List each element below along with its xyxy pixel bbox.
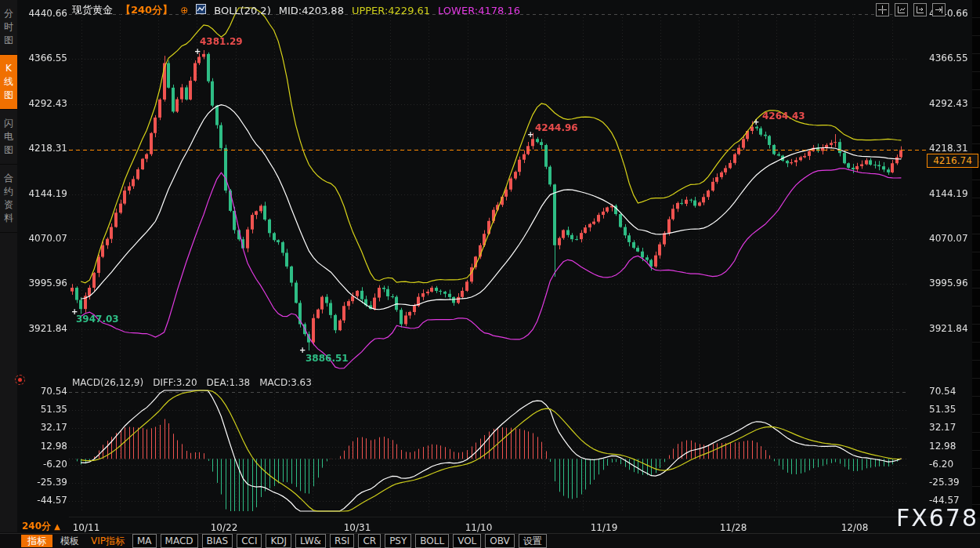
axis-scale-right-icon[interactable] (913, 3, 927, 16)
boll-lower-value: LOWER:4178.16 (438, 5, 520, 16)
macd-axis-label-left: 51.35 (19, 404, 67, 415)
period-label[interactable]: 【240分】 (121, 3, 172, 17)
x-axis-date: 10/11 (73, 522, 100, 533)
toolbar-button-kdj[interactable]: KDJ (266, 534, 291, 548)
toolbar-button-ma[interactable]: MA (132, 534, 157, 548)
price-axis-label-right: 3995.96 (929, 278, 968, 289)
x-axis-date: 11/19 (591, 522, 618, 533)
fx678-watermark: FX678 (896, 504, 978, 532)
sidebar-item-fenshitu[interactable]: 分时图 (0, 0, 17, 55)
boll-mid-value: MID:4203.88 (279, 5, 344, 16)
toolbar-button-obv[interactable]: OBV (485, 534, 515, 548)
toolbar-button-boll[interactable]: BOLL (415, 534, 449, 548)
macd-dea-value: DEA:1.38 (207, 377, 251, 388)
candlestick-macd-chart[interactable] (0, 0, 980, 548)
price-annotation: 4381.29 (200, 36, 243, 47)
macd-axis-label-left: 32.17 (19, 422, 67, 433)
macd-params-label: MACD(26,12,9) (72, 377, 143, 388)
toolbar-button-moban[interactable]: 模板 (56, 535, 83, 547)
macd-axis-label-right: 32.17 (929, 422, 956, 433)
price-axis-label-left: 3921.84 (19, 323, 67, 334)
crosshair-icon[interactable] (876, 3, 889, 16)
macd-axis-label-right: 12.98 (929, 441, 956, 452)
triangle-up-icon: ▲ (54, 522, 60, 531)
sidebar-item-kxiantu[interactable]: K线图 (0, 55, 17, 110)
x-axis-date: 11/10 (465, 522, 493, 533)
price-axis-label-right: 4070.07 (929, 233, 968, 244)
sidebar-item-heyueziliao[interactable]: 合约资料 (0, 165, 17, 233)
toolbar-button-zhibiao[interactable]: 指标 (21, 535, 52, 547)
symbol-name: 现货黄金 (72, 3, 113, 17)
toolbar-button-rsi[interactable]: RSI (330, 534, 355, 548)
toolbar-button-macd[interactable]: MACD (161, 534, 198, 548)
toolbar-button-psy[interactable]: PSY (385, 534, 411, 548)
macd-header: MACD(26,12,9) DIFF:3.20 DEA:1.38 MACD:3.… (72, 377, 312, 388)
price-axis-label-left: 4366.55 (19, 53, 67, 64)
price-axis-label-right: 3921.84 (929, 323, 968, 334)
price-annotation: 3886.51 (306, 353, 349, 364)
macd-axis-label-right: -6.20 (929, 459, 953, 470)
x-axis-date: 11/28 (720, 522, 747, 533)
x-axis-date: 12/08 (841, 522, 869, 533)
cross-marker-icon: + (194, 47, 201, 56)
price-axis-label-right: 4144.19 (929, 188, 968, 199)
circle-plus-icon[interactable]: ⊕ (180, 5, 188, 16)
macd-axis-label-left: -44.57 (19, 495, 67, 506)
price-axis-label-left: 4292.43 (19, 98, 67, 109)
price-annotation: 3947.03 (76, 314, 119, 325)
macd-macd-value: MACD:3.63 (259, 377, 312, 388)
cross-marker-icon: + (527, 130, 533, 139)
price-axis-label-right: 4292.43 (929, 98, 968, 109)
price-annotation: 4264.43 (762, 111, 805, 122)
macd-axis-label-left: -25.39 (19, 477, 67, 488)
toolbar-button-vip[interactable]: VIP指标 (87, 535, 128, 547)
boll-label: BOLL(20,2) (214, 5, 271, 16)
axis-scale-left-icon[interactable] (895, 3, 908, 16)
price-axis-label-left: 4144.19 (19, 188, 67, 199)
price-axis-label-left: 4440.66 (19, 8, 67, 19)
right-edge-strip (972, 0, 980, 517)
period-selector-label: 240分 (22, 521, 51, 532)
boll-upper-value: UPPER:4229.61 (352, 5, 430, 16)
macd-axis-label-left: -6.20 (19, 459, 67, 470)
mini-chart-icon[interactable] (196, 4, 206, 16)
alarm-dot-icon[interactable] (15, 375, 25, 385)
toolbar-button-shezhi[interactable]: 设置 (519, 534, 547, 548)
cross-marker-icon: + (299, 346, 306, 354)
pan-right-icon[interactable] (932, 3, 946, 16)
toolbar-button-lw[interactable]: LW& (295, 534, 326, 548)
left-sidebar: 分时图K线图闪电图合约资料 (0, 0, 17, 532)
cross-marker-icon: + (71, 307, 78, 316)
period-selector[interactable]: 240分 ▲ (22, 520, 60, 533)
macd-axis-label-left: 12.98 (19, 441, 67, 452)
macd-axis-label-right: -25.39 (929, 477, 960, 488)
macd-axis-label-right: 51.35 (929, 404, 956, 415)
toolbar-button-vol[interactable]: VOL (453, 534, 481, 548)
toolbar-button-cci[interactable]: CCI (237, 534, 262, 548)
chart-tool-icons (876, 3, 946, 16)
bottom-toolbar: 指标模板VIP指标MAMACDBIASCCIKDJLW&RSICRPSYBOLL… (0, 533, 980, 548)
price-axis-label-right: 4366.55 (929, 53, 968, 64)
macd-diff-value: DIFF:3.20 (153, 377, 197, 388)
price-axis-label-left: 4218.31 (19, 143, 67, 154)
x-axis-date: 10/22 (211, 522, 238, 533)
x-axis-date: 10/31 (344, 522, 371, 533)
price-axis-label-left: 3995.96 (19, 278, 67, 289)
sidebar-item-shandiantu[interactable]: 闪电图 (0, 110, 17, 165)
price-axis-label-left: 4070.07 (19, 233, 67, 244)
chart-header: 现货黄金 【240分】 ⊕ BOLL(20,2) MID:4203.88 UPP… (72, 3, 520, 17)
toolbar-button-bias[interactable]: BIAS (202, 534, 233, 548)
macd-axis-label-left: 70.54 (19, 386, 67, 397)
price-axis-label-right: 4218.31 (929, 143, 968, 154)
macd-axis-label-right: 70.54 (929, 386, 956, 397)
toolbar-button-cr[interactable]: CR (358, 534, 381, 548)
cross-marker-icon: + (753, 118, 759, 126)
price-annotation: 4244.96 (535, 122, 578, 133)
current-price-box: 4216.74 (927, 154, 978, 168)
